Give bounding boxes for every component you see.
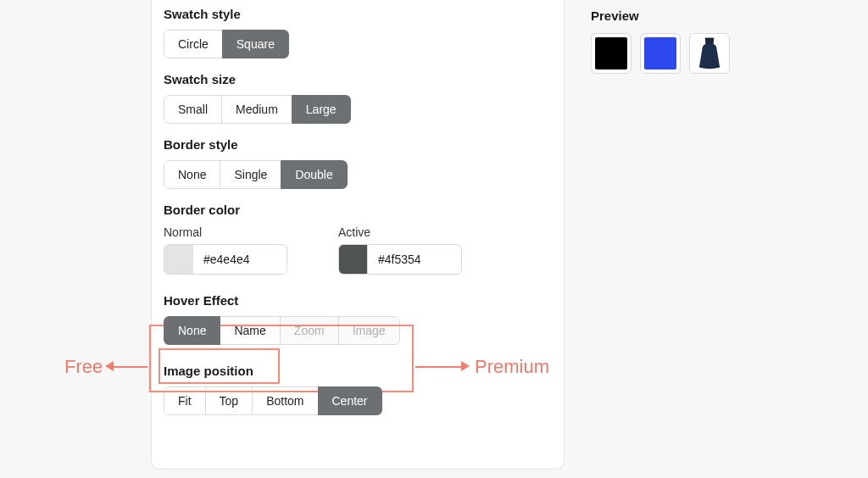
border-color-active-col: Active #4f5354 <box>338 225 462 275</box>
preview-panel: Preview <box>591 0 845 74</box>
annotation-free-arrow-line <box>114 366 147 368</box>
annotation-free-arrow-head <box>105 361 114 371</box>
swatch-style-square[interactable]: Square <box>222 30 289 58</box>
hover-effect-name[interactable]: Name <box>220 316 280 345</box>
annotation-premium-arrow-line <box>415 366 461 368</box>
border-style-label: Border style <box>164 137 552 152</box>
dress-icon <box>693 36 726 70</box>
swatch-size-section: Swatch size Small Medium Large <box>164 72 552 124</box>
border-style-group: None Single Double <box>164 160 348 189</box>
border-color-normal-field[interactable]: #e4e4e4 <box>164 244 287 275</box>
preview-label: Preview <box>591 8 845 23</box>
preview-swatch-row <box>591 33 845 74</box>
image-position-bottom[interactable]: Bottom <box>252 386 318 415</box>
hover-effect-label: Hover Effect <box>164 293 552 308</box>
settings-panel: Swatch style Circle Square Swatch size S… <box>151 0 565 470</box>
preview-swatch-3[interactable] <box>689 33 730 74</box>
annotation-premium-label: Premium <box>475 356 549 378</box>
border-style-section: Border style None Single Double <box>164 137 552 189</box>
annotation-free-label: Free <box>64 356 103 378</box>
swatch-size-label: Swatch size <box>164 72 552 86</box>
border-color-active-value: #4f5354 <box>368 245 461 274</box>
hover-effect-group: None Name Zoom Image <box>164 316 400 345</box>
swatch-size-group: Small Medium Large <box>164 95 351 124</box>
hover-effect-none[interactable]: None <box>164 316 220 345</box>
border-style-double[interactable]: Double <box>281 160 347 189</box>
border-color-active-field[interactable]: #4f5354 <box>338 244 462 275</box>
border-color-section: Border color Normal #e4e4e4 Active #4f53… <box>164 203 552 275</box>
swatch-style-label: Swatch style <box>164 7 552 21</box>
image-position-fit[interactable]: Fit <box>164 386 206 415</box>
border-color-normal-col: Normal #e4e4e4 <box>164 225 287 275</box>
swatch-size-small[interactable]: Small <box>164 95 222 124</box>
border-color-active-chip <box>339 245 368 274</box>
annotation-premium-arrow-head <box>461 361 470 371</box>
image-position-group: Fit Top Bottom Center <box>164 386 382 415</box>
hover-effect-section: Hover Effect None Name Zoom Image <box>164 293 552 345</box>
hover-effect-image[interactable]: Image <box>338 316 400 345</box>
border-color-normal-value: #e4e4e4 <box>193 245 287 274</box>
border-color-normal-label: Normal <box>164 225 287 239</box>
preview-swatch-1[interactable] <box>591 33 632 74</box>
hover-effect-zoom[interactable]: Zoom <box>280 316 339 345</box>
border-color-normal-chip <box>164 245 193 274</box>
swatch-style-circle[interactable]: Circle <box>164 30 223 58</box>
swatch-style-section: Swatch style Circle Square <box>164 7 552 58</box>
image-position-top[interactable]: Top <box>205 386 253 415</box>
swatch-size-large[interactable]: Large <box>292 95 351 124</box>
swatch-style-group: Circle Square <box>164 30 289 58</box>
border-color-active-label: Active <box>338 225 462 239</box>
image-position-center[interactable]: Center <box>318 386 382 415</box>
swatch-size-medium[interactable]: Medium <box>221 95 292 124</box>
preview-swatch-2[interactable] <box>640 33 681 74</box>
border-color-label: Border color <box>164 203 552 217</box>
border-style-single[interactable]: Single <box>220 160 281 189</box>
border-style-none[interactable]: None <box>164 160 220 189</box>
